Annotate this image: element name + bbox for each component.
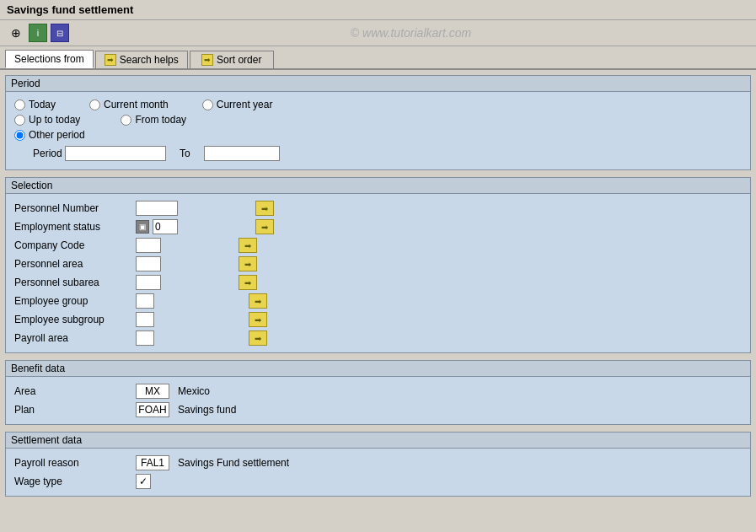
settlement-data-section: Settlement data Payroll reason Savings F… [5,432,751,497]
employee-group-input[interactable] [136,293,154,309]
field-row-employee-group: Employee group ➡ [14,292,742,310]
payroll-area-input[interactable] [136,330,154,346]
company-code-input[interactable] [136,238,161,253]
radio-current-year-label: Current year [217,99,273,110]
payroll-reason-description: Savings Fund settlement [178,457,289,469]
radio-up-to-today-input[interactable] [14,115,25,126]
radio-current-year-input[interactable] [202,99,213,110]
benefit-plan-label: Plan [14,404,132,416]
toolbar: ⊕ i ⊟ © www.tutorialkart.com [0,20,756,46]
wage-type-checkbox[interactable]: ✓ [136,474,151,489]
period-to-input[interactable] [204,146,280,161]
benefit-data-section-body: Area Mexico Plan Savings fund [6,377,750,424]
benefit-area-input[interactable] [136,384,169,399]
period-field-label: Period [14,148,56,159]
radio-other-period: Other period [14,129,85,141]
tab-selections-from[interactable]: Selections from [5,50,94,68]
field-row-personnel-area: Personnel area ➡ [14,255,742,273]
period-section-header: Period [6,76,750,92]
benefit-area-description: Mexico [178,385,210,397]
payroll-area-label: Payroll area [14,332,132,344]
radio-row-2: Up to today From today [14,112,742,127]
field-row-payroll-area: Payroll area ➡ [14,329,742,347]
radio-row-3: Other period [14,127,742,142]
benefit-plan-description: Savings fund [178,404,236,416]
radio-from-today-input[interactable] [121,115,131,126]
watermark: © www.tutorialkart.com [72,26,749,40]
tab-selections-from-label: Selections from [14,53,84,65]
employment-status-input[interactable] [153,219,178,234]
personnel-number-input[interactable] [136,201,178,216]
benefit-data-section-header: Benefit data [6,361,750,377]
benefit-area-row: Area Mexico [14,382,742,400]
radio-up-to-today: Up to today [14,114,80,126]
tab-sort-order-label: Sort order [217,54,261,66]
main-content: Period Today Current month Current year [0,70,756,508]
personnel-subarea-input[interactable] [136,275,161,290]
radio-current-year: Current year [202,99,273,110]
employment-status-nav-btn[interactable]: ➡ [255,219,274,234]
radio-today-label: Today [29,99,56,110]
search-helps-arrow-icon: ➡ [105,54,116,66]
personnel-subarea-nav-btn[interactable]: ➡ [239,275,257,290]
payroll-reason-row: Payroll reason Savings Fund settlement [14,454,742,472]
selection-section-body: Personnel Number ➡ Employment status ▣ ➡… [6,194,750,352]
employee-group-nav-btn[interactable]: ➡ [249,293,267,309]
personnel-number-nav-btn[interactable]: ➡ [255,201,274,216]
radio-today: Today [14,99,56,110]
benefit-plan-input[interactable] [136,402,169,417]
personnel-number-label: Personnel Number [14,202,132,214]
radio-current-month-input[interactable] [89,99,100,110]
wage-type-label: Wage type [14,476,132,487]
period-section-body: Today Current month Current year Up to t… [6,92,750,169]
benefit-data-section: Benefit data Area Mexico Plan Savings fu… [5,360,751,425]
personnel-subarea-label: Personnel subarea [14,277,132,288]
company-code-label: Company Code [14,239,132,251]
benefit-plan-row: Plan Savings fund [14,400,742,419]
field-row-personnel-number: Personnel Number ➡ [14,199,742,218]
radio-up-to-today-label: Up to today [29,114,80,126]
company-code-nav-btn[interactable]: ➡ [239,238,257,253]
radio-row-1: Today Current month Current year [14,97,742,112]
selection-section-header: Selection [6,178,750,194]
payroll-area-nav-btn[interactable]: ➡ [249,330,267,346]
to-label: To [174,148,196,159]
page-title: Savings fund settlement [7,3,133,16]
radio-from-today: From today [121,114,186,126]
employment-status-icon[interactable]: ▣ [136,220,149,234]
settlement-data-section-header: Settlement data [6,433,750,449]
period-section: Period Today Current month Current year [5,75,751,170]
period-from-input[interactable] [65,146,166,161]
personnel-area-nav-btn[interactable]: ➡ [239,256,257,271]
employee-group-label: Employee group [14,295,132,307]
tab-bar: Selections from ➡ Search helps ➡ Sort or… [0,46,756,70]
tab-search-helps[interactable]: ➡ Search helps [95,51,188,68]
radio-today-input[interactable] [14,99,25,110]
layout-icon[interactable]: ⊟ [51,24,69,42]
employee-subgroup-label: Employee subgroup [14,314,132,325]
personnel-area-input[interactable] [136,256,161,271]
field-row-employee-subgroup: Employee subgroup ➡ [14,310,742,329]
employee-subgroup-input[interactable] [136,312,154,327]
field-row-personnel-subarea: Personnel subarea ➡ [14,273,742,292]
tab-sort-order[interactable]: ➡ Sort order [190,51,274,68]
radio-current-month-label: Current month [104,99,169,110]
selection-section: Selection Personnel Number ➡ Employment … [5,177,751,353]
back-icon[interactable]: ⊕ [7,24,25,42]
sort-order-arrow-icon: ➡ [201,54,213,66]
payroll-reason-label: Payroll reason [14,457,132,469]
employee-subgroup-nav-btn[interactable]: ➡ [249,312,267,327]
field-row-employment-status: Employment status ▣ ➡ [14,218,742,236]
wage-type-row: Wage type ✓ [14,472,742,491]
radio-current-month: Current month [89,99,169,110]
radio-other-period-label: Other period [29,129,85,141]
period-input-row: Period To [14,142,742,164]
field-row-company-code: Company Code ➡ [14,236,742,255]
settlement-data-section-body: Payroll reason Savings Fund settlement W… [6,449,750,496]
benefit-area-label: Area [14,385,132,397]
personnel-area-label: Personnel area [14,258,132,270]
radio-from-today-label: From today [135,114,186,126]
payroll-reason-input[interactable] [136,455,169,470]
radio-other-period-input[interactable] [14,130,25,141]
info-icon[interactable]: i [29,24,47,42]
